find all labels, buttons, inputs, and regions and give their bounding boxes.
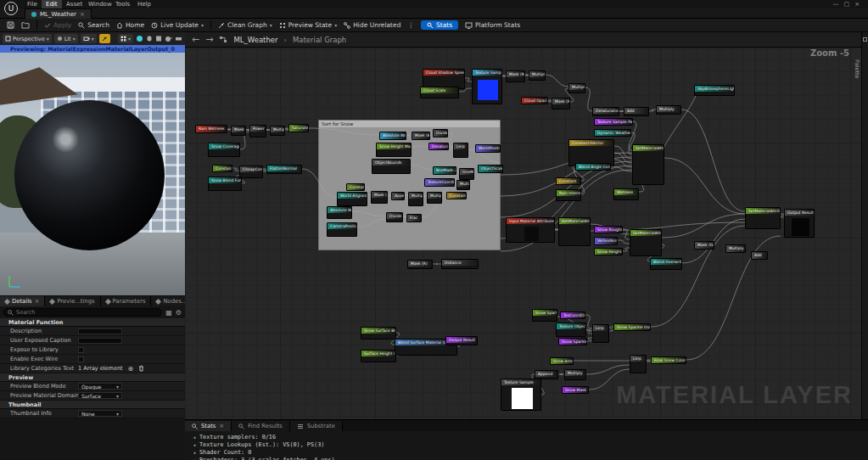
graph-node[interactable]: SkyAtmosphereLightDirection <box>694 85 735 96</box>
graph-node[interactable]: Snow Surface Blend <box>361 327 396 339</box>
section-preview[interactable]: Preview <box>0 373 185 382</box>
graph-node[interactable]: CheapContrast <box>239 165 263 178</box>
graph-node[interactable]: Snow Coverage Mask <box>208 143 240 157</box>
more-options-button[interactable]: ⋮ <box>407 21 414 29</box>
graph-node[interactable]: Output Result <box>784 209 815 238</box>
menu-edit[interactable]: Edit <box>42 0 62 8</box>
tab-close-icon[interactable]: × <box>219 423 224 429</box>
graph-node[interactable]: Snow Mask Tint <box>562 386 589 394</box>
graph-node[interactable]: Texture Sample <box>501 379 541 411</box>
graph-node[interactable]: Divide <box>386 212 403 222</box>
graph-node[interactable]: World Aligned Blend <box>337 192 367 206</box>
graph-node[interactable]: Desaturation <box>428 143 449 150</box>
graph-node[interactable]: Mask (R) <box>552 98 570 109</box>
preview-shape-cylinder-icon[interactable] <box>146 35 153 42</box>
graph-node[interactable]: ObjectBounds <box>372 159 411 174</box>
graph-node[interactable]: Snow Roughness <box>594 226 623 233</box>
tab-parameters[interactable]: Parameters <box>101 296 152 306</box>
graph-node[interactable]: Multiply <box>270 126 285 136</box>
graph-node[interactable]: Add <box>751 251 768 260</box>
graph-node[interactable]: Texture Sample Parameter 2D <box>594 118 633 126</box>
graph-node[interactable]: OneMinus <box>459 168 474 180</box>
graph-node[interactable]: Mask (RG) <box>371 191 388 204</box>
graph-node[interactable]: Snow Sparkle Mask <box>558 338 587 345</box>
graph-node[interactable]: FlattenNormal <box>266 165 302 174</box>
graph-node[interactable]: Constant <box>346 183 365 191</box>
graph-node[interactable]: GetMaterialAttributes <box>558 217 591 246</box>
breadcrumb-graph[interactable]: Material Graph <box>293 36 346 44</box>
graph-node[interactable]: Blend Overwrite Normals <box>650 258 682 270</box>
graph-node[interactable]: Mask (B) <box>412 132 430 140</box>
menu-tools[interactable]: Tools <box>111 0 134 8</box>
details-search-input[interactable] <box>16 309 158 316</box>
viewport-3d-view[interactable] <box>0 53 185 295</box>
graph-node[interactable]: WorldPosition <box>475 144 501 153</box>
graph-node[interactable]: Append <box>391 192 405 200</box>
graph-node[interactable]: Input Material Attributes (MaterialAttri… <box>506 217 555 243</box>
delete-icon[interactable] <box>138 365 144 372</box>
graph-node[interactable]: Rain Wetness <box>195 125 227 133</box>
graph-node[interactable]: Output Result <box>445 336 478 345</box>
graph-node[interactable]: Add <box>624 107 649 116</box>
grid-view-icon[interactable]: ▦ <box>165 309 172 317</box>
graph-node[interactable]: Texture Object <box>556 323 586 337</box>
tab-stats[interactable]: Stats× <box>185 421 232 431</box>
graph-node[interactable]: Multiply <box>456 180 470 190</box>
graph-node[interactable]: BoxMask-2D <box>433 166 456 175</box>
graph-node[interactable]: Divide <box>433 129 448 137</box>
browse-button[interactable] <box>21 21 30 29</box>
add-element-icon[interactable]: ⊕ <box>128 365 134 373</box>
preview-material-domain-select[interactable]: Surface▾ <box>78 392 122 399</box>
graph-node[interactable]: SetMaterialAttributes <box>745 207 781 229</box>
graph-node[interactable]: Blend Angle Corrected Normals <box>575 163 611 171</box>
viewport-lit-dropdown[interactable]: Lit▾ <box>54 34 78 43</box>
tab-close-icon[interactable]: × <box>35 298 40 305</box>
tab-find-results[interactable]: Find Results <box>232 421 290 431</box>
preview-blend-mode-select[interactable]: Opaque▾ <box>78 383 122 390</box>
graph-node[interactable]: Frac <box>406 214 422 222</box>
graph-node[interactable]: Snow Blend Function <box>208 177 242 191</box>
graph-node[interactable]: Multiply <box>529 70 546 81</box>
graph-node[interactable]: Distance <box>441 259 479 269</box>
viewport-showflags-button[interactable] <box>99 34 110 43</box>
menu-asset[interactable]: Asset <box>62 0 87 8</box>
graph-node[interactable]: Constant <box>556 177 581 185</box>
graph-node[interactable]: Power <box>249 125 266 137</box>
breadcrumb-asset[interactable]: ML_Weather <box>233 36 277 44</box>
forward-arrow-icon[interactable]: → <box>205 34 213 45</box>
graph-node[interactable]: Final Snow Color <box>651 356 686 364</box>
graph-node[interactable]: SetMaterialAttributes <box>632 144 664 185</box>
preview-shape-plane-icon[interactable] <box>175 35 182 42</box>
graph-node[interactable]: CameraPosition <box>327 222 357 237</box>
graph-node[interactable]: VertexNormalWS <box>594 237 618 245</box>
graph-node[interactable]: Wetness <box>613 188 639 200</box>
material-graph-canvas[interactable]: Zoom -5 Sort for Snow MATERIAL LAYER Clo… <box>185 48 861 419</box>
tab-preview-settings[interactable]: Previe...tings <box>45 296 100 306</box>
description-input[interactable] <box>78 328 122 334</box>
graph-node[interactable]: ObjectScale <box>478 165 503 173</box>
graph-node[interactable]: Saturate <box>288 124 309 132</box>
graph-node[interactable]: Absolute World Position <box>327 206 352 219</box>
graph-node[interactable]: Snow Sparkle Output <box>613 323 651 331</box>
enable-exec-wire-checkbox[interactable] <box>78 356 84 362</box>
material-preview-sphere[interactable] <box>14 100 165 250</box>
graph-node[interactable]: Mask (R G) <box>506 70 525 82</box>
graph-node[interactable]: Cloud Opacity <box>521 97 548 104</box>
tab-details[interactable]: Details× <box>0 296 45 306</box>
details-search-box[interactable] <box>3 308 162 317</box>
preview-shape-teapot-icon[interactable] <box>165 35 172 42</box>
graph-node[interactable]: Rain Intensity <box>556 189 581 201</box>
graph-node[interactable]: Mask (R) <box>407 260 433 269</box>
section-thumbnail[interactable]: Thumbnail <box>0 401 185 409</box>
thumbnail-info-select[interactable]: None▾ <box>78 410 122 417</box>
preview-shape-cube-icon[interactable] <box>155 35 162 42</box>
graph-node[interactable]: Snow Height Mask <box>594 248 623 255</box>
graph-node[interactable]: Snow Amount <box>550 357 574 365</box>
preview-shape-sphere-icon[interactable] <box>136 35 143 42</box>
search-button[interactable]: Search <box>78 21 109 29</box>
save-button[interactable] <box>7 21 14 29</box>
menu-help[interactable]: Help <box>133 0 155 8</box>
graph-node[interactable]: Multiply <box>568 83 585 93</box>
viewport-perspective-dropdown[interactable]: Perspective▾ <box>3 34 52 43</box>
stats-toggle-button[interactable]: Stats <box>421 20 458 30</box>
